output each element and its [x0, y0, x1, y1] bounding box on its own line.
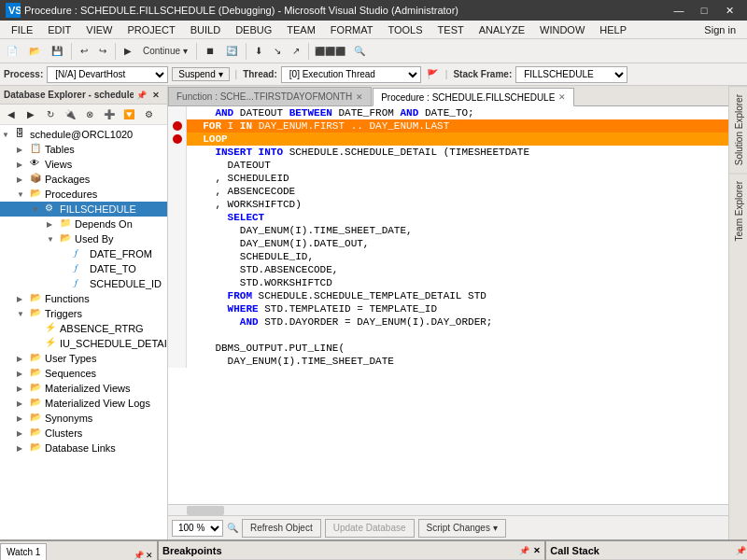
- close-button[interactable]: ✕: [717, 2, 741, 19]
- tree-item-sequences[interactable]: ▶ 📂 Sequences: [0, 366, 167, 381]
- line-code-7: , ABSENCECODE: [187, 185, 728, 198]
- toolbar-undo[interactable]: ↩: [76, 43, 92, 59]
- code-editor[interactable]: AND DATEOUT BETWEEN DATE_FROM AND DATE_T…: [168, 106, 728, 504]
- tree-item-mat-view-logs[interactable]: ▶ 📂 Materialized View Logs: [0, 396, 167, 411]
- tree-item-procedures[interactable]: ▼ 📂 Procedures: [0, 187, 167, 202]
- tab-function[interactable]: Function : SCHE...TFIRSTDAYOFMONTH ✕: [168, 87, 372, 105]
- tab-function-close[interactable]: ✕: [356, 92, 363, 102]
- tree-item-root[interactable]: ▼ 🗄 schedule@ORCL1020: [0, 127, 167, 142]
- menu-team[interactable]: TEAM: [279, 22, 323, 37]
- toolbar-restart[interactable]: 🔄: [221, 43, 242, 59]
- gutter-20: [168, 355, 187, 368]
- right-tabs: Solution Explorer Team Explorer: [728, 86, 747, 539]
- refresh-object-button[interactable]: Refresh Object: [242, 519, 321, 538]
- toolbar-redo[interactable]: ↪: [94, 43, 111, 59]
- panel-close-button[interactable]: ✕: [148, 88, 163, 103]
- db-add-button[interactable]: ➕: [100, 106, 119, 123]
- breakpoint-2: [173, 134, 182, 144]
- toolbar-new[interactable]: 📄: [2, 43, 22, 59]
- db-back-button[interactable]: ◀: [2, 106, 21, 123]
- tree-item-views[interactable]: ▶ 👁 Views: [0, 157, 167, 172]
- tree-item-tables[interactable]: ▶ 📋 Tables: [0, 142, 167, 157]
- suspend-button[interactable]: Suspend ▾: [172, 67, 229, 81]
- tree-item-depends-on[interactable]: ▶ 📁 Depends On: [0, 217, 167, 231]
- panel-pin-button[interactable]: 📌: [134, 88, 148, 103]
- menu-test[interactable]: TEST: [430, 22, 472, 37]
- menu-format[interactable]: FORMAT: [323, 22, 381, 37]
- tree-item-absence-rtrg[interactable]: ⚡ ABSENCE_RTRG: [0, 321, 167, 336]
- tree-item-date-to[interactable]: 𝑓 DATE_TO: [0, 261, 167, 276]
- watch-close-btn[interactable]: ✕: [146, 551, 153, 560]
- db-tree: ▼ 🗄 schedule@ORCL1020 ▶ 📋 Tables ▶ 👁 Vie…: [0, 125, 167, 539]
- menu-help[interactable]: HELP: [592, 22, 634, 37]
- db-filter-button[interactable]: 🔽: [120, 106, 138, 123]
- toolbar-start[interactable]: ▶: [120, 43, 136, 59]
- toolbar-search[interactable]: 🔍: [349, 43, 370, 59]
- tree-item-date-from[interactable]: 𝑓 DATE_FROM: [0, 246, 167, 261]
- bp-panel-close[interactable]: ✕: [533, 546, 541, 555]
- mat-views-icon: 📂: [30, 382, 43, 395]
- toolbar-stepinto[interactable]: ↘: [269, 43, 286, 59]
- stack-frame-dropdown[interactable]: FILLSCHEDULE: [515, 66, 627, 83]
- menu-file[interactable]: FILE: [4, 22, 40, 37]
- tree-item-packages[interactable]: ▶ 📦 Packages: [0, 172, 167, 187]
- menu-window[interactable]: WINDOW: [532, 22, 592, 37]
- db-connect-button[interactable]: 🔌: [61, 106, 79, 123]
- db-settings-button[interactable]: ⚙: [139, 106, 158, 123]
- code-line-13: STD.ABSENCECODE,: [168, 263, 728, 276]
- menu-debug[interactable]: DEBUG: [228, 22, 279, 37]
- menu-tools[interactable]: TOOLS: [380, 22, 430, 37]
- tree-item-functions[interactable]: ▶ 📂 Functions: [0, 291, 167, 306]
- watch-tab[interactable]: Watch 1: [0, 543, 47, 560]
- toolbar-stepout[interactable]: ↗: [288, 43, 304, 59]
- toolbar-save[interactable]: 💾: [47, 43, 67, 59]
- tree-label: Views: [45, 159, 72, 170]
- tab-procedure[interactable]: Procedure : SCHEDULE.FILLSCHEDULE ✕: [373, 88, 574, 106]
- tree-item-synonyms[interactable]: ▶ 📂 Synonyms: [0, 411, 167, 426]
- maximize-button[interactable]: □: [692, 2, 716, 19]
- line-code-13: STD.ABSENCECODE,: [187, 263, 728, 276]
- script-changes-button[interactable]: Script Changes ▾: [418, 519, 506, 538]
- synonyms-icon: 📂: [30, 412, 43, 425]
- tree-item-user-types[interactable]: ▶ 📂 User Types: [0, 351, 167, 366]
- toolbar-sep5: [308, 43, 309, 60]
- db-disconnect-button[interactable]: ⊗: [80, 106, 99, 123]
- menu-view[interactable]: VIEW: [78, 22, 120, 37]
- tree-item-clusters[interactable]: ▶ 📂 Clusters: [0, 426, 167, 441]
- tree-label: Procedures: [45, 189, 97, 200]
- db-refresh-button[interactable]: ↻: [41, 106, 60, 123]
- line-code-12: SCHEDULE_ID,: [187, 250, 728, 263]
- menu-edit[interactable]: EDIT: [40, 22, 78, 37]
- tree-item-db-links[interactable]: ▶ 📂 Database Links: [0, 441, 167, 455]
- tree-item-fillschedule[interactable]: ▼ ⚙ FILLSCHEDULE: [0, 202, 167, 217]
- tree-toggle: ▶: [17, 370, 30, 378]
- toolbar-open[interactable]: 📂: [24, 43, 45, 59]
- zoom-select[interactable]: 100 %: [172, 520, 223, 537]
- team-explorer-tab[interactable]: Team Explorer: [729, 173, 747, 248]
- menu-analyze[interactable]: ANALYZE: [472, 22, 532, 37]
- tree-item-mat-views[interactable]: ▶ 📂 Materialized Views: [0, 381, 167, 396]
- toolbar-continue[interactable]: Continue ▾: [138, 43, 192, 59]
- tree-item-used-by[interactable]: ▼ 📂 Used By: [0, 231, 167, 246]
- cs-pin[interactable]: 📌: [736, 546, 746, 555]
- toolbar-stop[interactable]: ⏹: [201, 43, 219, 59]
- db-forward-button[interactable]: ▶: [21, 106, 40, 123]
- tree-item-schedule-id[interactable]: 𝑓 SCHEDULE_ID: [0, 276, 167, 291]
- tab-procedure-close[interactable]: ✕: [558, 92, 566, 102]
- tree-item-iu-schedule[interactable]: ⚡ IU_SCHEDULE_DETAIL: [0, 336, 167, 351]
- minimize-button[interactable]: —: [667, 2, 691, 19]
- watch-pin-btn[interactable]: 📌: [134, 551, 144, 560]
- toolbar-stepover[interactable]: ⬇: [250, 43, 267, 59]
- line-code-14: STD.WORKSHIFTCD: [187, 276, 728, 289]
- code-scrollbar-h[interactable]: [168, 504, 728, 515]
- tree-item-triggers[interactable]: ▼ 📂 Triggers: [0, 306, 167, 321]
- thread-dropdown[interactable]: [0] Execution Thread: [281, 66, 421, 83]
- solution-explorer-tab[interactable]: Solution Explorer: [729, 86, 747, 173]
- clusters-icon: 📂: [30, 427, 43, 440]
- bp-panel-pin[interactable]: 📌: [519, 546, 529, 555]
- menu-build[interactable]: BUILD: [183, 22, 228, 37]
- menu-project[interactable]: PROJECT: [120, 22, 182, 37]
- update-db-button[interactable]: Update Database: [325, 519, 415, 538]
- process-dropdown[interactable]: [N/A] DevartHost: [47, 66, 168, 83]
- menu-signin[interactable]: Sign in: [697, 22, 743, 37]
